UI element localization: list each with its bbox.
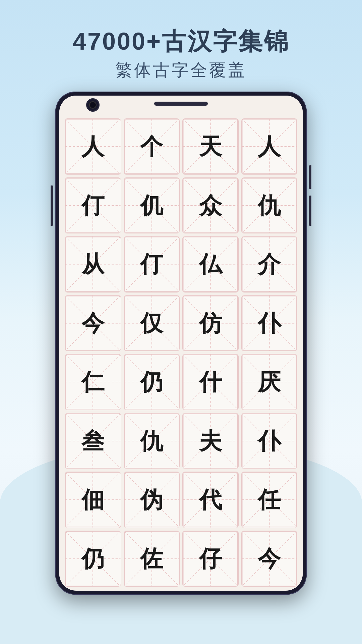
volume-up-button xyxy=(309,165,311,189)
char-cell[interactable]: 仔 xyxy=(182,531,239,587)
char-cell[interactable]: 佐 xyxy=(124,531,180,587)
char-cell[interactable]: 仍 xyxy=(65,531,121,587)
status-bar xyxy=(59,96,303,116)
char-cell[interactable]: 仇 xyxy=(241,177,298,234)
chinese-character: 个 xyxy=(140,135,163,158)
char-cell[interactable]: 代 xyxy=(182,472,239,528)
char-cell[interactable]: 佃 xyxy=(65,472,121,528)
char-cell[interactable]: 伪 xyxy=(124,472,180,528)
char-cell[interactable]: 叁 xyxy=(65,413,121,469)
main-page: 47000+古汉字集锦 繁体古字全覆盖 人个天人仃仉众仇从仃仏介今仅仿仆仁仍什厌… xyxy=(0,0,362,644)
header-section: 47000+古汉字集锦 繁体古字全覆盖 xyxy=(73,27,289,82)
chinese-character: 仔 xyxy=(199,547,222,570)
char-cell[interactable]: 夫 xyxy=(182,413,239,469)
char-cell[interactable]: 仃 xyxy=(65,177,121,234)
char-cell[interactable]: 介 xyxy=(241,236,298,292)
main-title: 47000+古汉字集锦 xyxy=(73,27,289,56)
chinese-character: 仆 xyxy=(258,430,281,452)
chinese-character: 佃 xyxy=(81,488,104,511)
chinese-character: 仃 xyxy=(81,194,104,217)
chinese-character: 仉 xyxy=(140,194,163,217)
chinese-character: 仇 xyxy=(140,430,163,452)
char-cell[interactable]: 仁 xyxy=(65,354,121,410)
char-cell[interactable]: 个 xyxy=(124,118,180,175)
speaker-grille xyxy=(154,102,208,106)
char-cell[interactable]: 仅 xyxy=(124,295,180,352)
char-cell[interactable]: 仏 xyxy=(182,236,239,292)
chinese-character: 仍 xyxy=(140,371,163,393)
chinese-character: 仿 xyxy=(199,312,222,335)
chinese-character: 人 xyxy=(258,135,281,158)
char-cell[interactable]: 众 xyxy=(182,177,239,234)
chinese-character: 伪 xyxy=(140,488,163,511)
chinese-character: 叁 xyxy=(81,430,104,452)
chinese-character: 厌 xyxy=(258,371,281,393)
char-cell[interactable]: 厌 xyxy=(241,354,298,410)
chinese-character: 人 xyxy=(81,135,104,158)
chinese-character: 今 xyxy=(81,312,104,335)
char-cell[interactable]: 仇 xyxy=(124,413,180,469)
chinese-character: 天 xyxy=(199,135,222,158)
chinese-character: 介 xyxy=(258,253,281,276)
chinese-character: 仁 xyxy=(81,371,104,393)
chinese-character: 今 xyxy=(258,547,281,570)
power-button xyxy=(51,185,53,226)
chinese-character: 佐 xyxy=(140,547,163,570)
chinese-character: 仆 xyxy=(258,312,281,335)
char-cell[interactable]: 天 xyxy=(182,118,239,175)
char-cell[interactable]: 人 xyxy=(241,118,298,175)
character-grid: 人个天人仃仉众仇从仃仏介今仅仿仆仁仍什厌叁仇夫仆佃伪代任仍佐仔今 xyxy=(59,116,303,589)
chinese-character: 众 xyxy=(199,194,222,217)
char-cell[interactable]: 仆 xyxy=(241,295,298,352)
chinese-character: 仅 xyxy=(140,312,163,335)
chinese-character: 任 xyxy=(258,488,281,511)
char-cell[interactable]: 仿 xyxy=(182,295,239,352)
chinese-character: 仍 xyxy=(81,547,104,570)
chinese-character: 代 xyxy=(199,488,222,511)
phone-frame: 人个天人仃仉众仇从仃仏介今仅仿仆仁仍什厌叁仇夫仆佃伪代任仍佐仔今 xyxy=(55,92,307,595)
char-cell[interactable]: 仍 xyxy=(124,354,180,410)
subtitle: 繁体古字全覆盖 xyxy=(73,59,289,82)
chinese-character: 仏 xyxy=(199,253,222,276)
chinese-character: 仇 xyxy=(258,194,281,217)
char-cell[interactable]: 仃 xyxy=(124,236,180,292)
chinese-character: 什 xyxy=(199,371,222,393)
phone-screen: 人个天人仃仉众仇从仃仏介今仅仿仆仁仍什厌叁仇夫仆佃伪代任仍佐仔今 xyxy=(59,96,303,591)
char-cell[interactable]: 仉 xyxy=(124,177,180,234)
char-cell[interactable]: 今 xyxy=(65,295,121,352)
char-cell[interactable]: 人 xyxy=(65,118,121,175)
char-cell[interactable]: 任 xyxy=(241,472,298,528)
char-cell[interactable]: 今 xyxy=(241,531,298,587)
chinese-character: 仃 xyxy=(140,253,163,276)
char-cell[interactable]: 什 xyxy=(182,354,239,410)
chinese-character: 从 xyxy=(81,253,104,276)
chinese-character: 夫 xyxy=(199,430,222,452)
front-camera xyxy=(86,98,100,112)
volume-down-button xyxy=(309,196,311,226)
char-cell[interactable]: 从 xyxy=(65,236,121,292)
char-cell[interactable]: 仆 xyxy=(241,413,298,469)
